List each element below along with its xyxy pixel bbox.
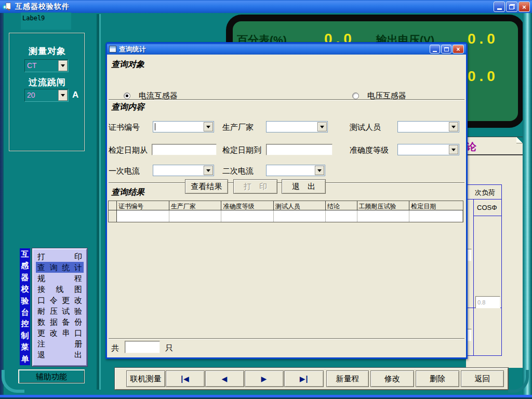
dogear-corner bbox=[516, 137, 523, 143]
app-icon bbox=[3, 2, 12, 11]
chevron-down-icon bbox=[61, 94, 65, 97]
manufacturer-combo[interactable] bbox=[266, 121, 328, 132]
menu-item-change-password[interactable]: 口令更改 bbox=[36, 295, 84, 305]
dialog-maximize-button[interactable] bbox=[441, 45, 451, 54]
table-cell bbox=[274, 210, 326, 222]
measure-object-combo-arrow[interactable] bbox=[58, 60, 68, 71]
menu-item-regulations[interactable]: 规程 bbox=[36, 273, 84, 284]
trip-unit-label: A bbox=[72, 90, 78, 100]
accuracy-label: 准确度等级 bbox=[350, 145, 389, 155]
overcurrent-trip-combo-arrow[interactable] bbox=[58, 90, 68, 101]
last-record-button[interactable]: ▶| bbox=[284, 370, 324, 387]
secondary-current-label: 二次电流 bbox=[222, 166, 254, 176]
primary-current-label: 一次电流 bbox=[109, 166, 140, 176]
close-button[interactable]: × bbox=[518, 2, 530, 12]
menu-item-data-backup[interactable]: 数据备份 bbox=[36, 316, 84, 327]
separator bbox=[466, 154, 523, 155]
cos-phi-input-1[interactable]: 0.8 bbox=[475, 296, 500, 309]
tester-label: 测试人员 bbox=[350, 123, 381, 132]
first-record-button[interactable]: |◀ bbox=[166, 370, 205, 387]
bottom-toolbar: 联机测量 |◀ ◀ ▶ ▶| 新量程 修改 删除 返回 bbox=[115, 368, 508, 390]
combo-arrow[interactable] bbox=[449, 145, 458, 154]
column-header: 工频耐压试验 bbox=[357, 201, 410, 210]
radio-voltage-transformer[interactable] bbox=[352, 92, 359, 99]
combo-arrow[interactable] bbox=[204, 122, 213, 131]
minimize-icon bbox=[433, 51, 437, 52]
date-to-input[interactable] bbox=[266, 144, 332, 155]
new-range-button[interactable]: 新量程 bbox=[326, 370, 369, 387]
minimize-icon bbox=[497, 8, 502, 10]
cert-no-combo[interactable] bbox=[153, 121, 214, 132]
measure-panel: 测量对象 CT 过流跳闸 20 A bbox=[9, 33, 85, 151]
application-window: 互感器校验软件 × Label9 测量对象 CT 过流跳闸 20 A 百分表(%… bbox=[0, 0, 532, 399]
radio-current-transformer[interactable] bbox=[124, 92, 130, 99]
dialog-title: 查询统计 bbox=[119, 45, 146, 54]
date-to-label: 检定日期到 bbox=[222, 145, 261, 155]
measure-object-combo[interactable]: CT bbox=[24, 59, 69, 72]
column-header: 测试人员 bbox=[274, 201, 326, 210]
table-cell bbox=[326, 210, 357, 222]
table-line bbox=[473, 200, 474, 355]
menu-item-wiring-diagram[interactable]: 接线图 bbox=[36, 284, 84, 295]
combo-arrow[interactable] bbox=[204, 166, 213, 175]
menu-item-change-serial[interactable]: 更改串口 bbox=[36, 327, 84, 338]
tester-combo[interactable] bbox=[397, 121, 459, 132]
menu-item-query-stats[interactable]: 查询统计 bbox=[36, 262, 84, 273]
separator bbox=[109, 338, 464, 339]
text-caret bbox=[155, 123, 155, 130]
manufacturer-label: 生产厂家 bbox=[222, 123, 254, 132]
back-button[interactable]: 返回 bbox=[461, 370, 504, 387]
combo-arrow[interactable] bbox=[449, 122, 458, 131]
primary-current-combo[interactable] bbox=[153, 165, 214, 176]
frame-right-edge bbox=[523, 13, 532, 399]
column-header: 生产厂家 bbox=[169, 201, 222, 210]
table-row[interactable] bbox=[109, 210, 463, 222]
dialog-icon bbox=[109, 46, 116, 52]
print-button[interactable]: 打 印 bbox=[233, 179, 277, 194]
dialog-titlebar: 查询统计 × bbox=[107, 44, 466, 55]
accuracy-combo[interactable] bbox=[397, 144, 459, 155]
overcurrent-trip-value: 20 bbox=[27, 91, 35, 99]
second-row-value: 0.0 bbox=[468, 68, 499, 85]
measure-object-value: CT bbox=[27, 61, 37, 70]
previous-record-button[interactable]: ◀ bbox=[205, 370, 244, 387]
secondary-current-combo[interactable] bbox=[266, 165, 325, 176]
total-count-input[interactable] bbox=[125, 341, 160, 353]
window-title: 互感器校验软件 bbox=[15, 2, 70, 11]
aux-function-button[interactable]: 辅助功能 bbox=[18, 369, 85, 383]
menu-item-withstand-test[interactable]: 耐压试验 bbox=[36, 305, 84, 316]
combo-arrow[interactable] bbox=[317, 122, 327, 131]
query-statistics-dialog: 查询统计 × 查询对象 电流互感器 电压互感器 查询内容 证书编号 生产厂家 测… bbox=[105, 42, 468, 359]
next-record-button[interactable]: ▶ bbox=[245, 370, 284, 387]
dialog-close-button[interactable]: × bbox=[453, 45, 464, 54]
overcurrent-trip-combo[interactable]: 20 bbox=[24, 89, 69, 102]
minimize-button[interactable] bbox=[494, 2, 505, 12]
separator bbox=[109, 99, 464, 100]
column-header: 准确度等级 bbox=[221, 201, 274, 210]
chevron-down-icon bbox=[451, 149, 456, 151]
output-voltage-value: 0.0 bbox=[468, 31, 499, 47]
control-menu: 打印 查询统计 规程 接线图 口令更改 耐压试验 数据备份 更改串口 注册 退出 bbox=[32, 248, 87, 366]
column-header: 证书编号 bbox=[117, 201, 169, 210]
exit-button[interactable]: 退 出 bbox=[282, 179, 326, 194]
dialog-minimize-button[interactable] bbox=[430, 45, 440, 54]
chevron-down-icon bbox=[320, 126, 324, 128]
date-from-input[interactable] bbox=[152, 144, 217, 155]
menu-item-print[interactable]: 打印 bbox=[36, 251, 84, 262]
delete-button[interactable]: 删除 bbox=[416, 370, 459, 387]
view-results-button[interactable]: 查看结果 bbox=[185, 179, 228, 194]
chevron-down-icon bbox=[317, 169, 322, 172]
background-window-fragment: 论 次负荷 COSΦ 0.8 0.8 bbox=[466, 137, 523, 368]
menu-item-exit[interactable]: 退出 bbox=[36, 349, 84, 360]
online-measure-button[interactable]: 联机测量 bbox=[126, 370, 165, 387]
modify-button[interactable]: 修改 bbox=[370, 370, 414, 387]
restore-button[interactable] bbox=[506, 2, 517, 12]
restore-icon bbox=[509, 4, 515, 9]
query-results-heading: 查询结果 bbox=[111, 187, 144, 198]
menu-item-register[interactable]: 注册 bbox=[36, 338, 84, 349]
table-cell bbox=[409, 210, 463, 222]
menu-vertical-title: 互感器校验台控制菜单 bbox=[20, 248, 30, 365]
combo-arrow[interactable] bbox=[315, 166, 324, 175]
secondary-burden-header: 次负荷 bbox=[468, 185, 501, 200]
row-selector-cell[interactable] bbox=[109, 210, 117, 222]
